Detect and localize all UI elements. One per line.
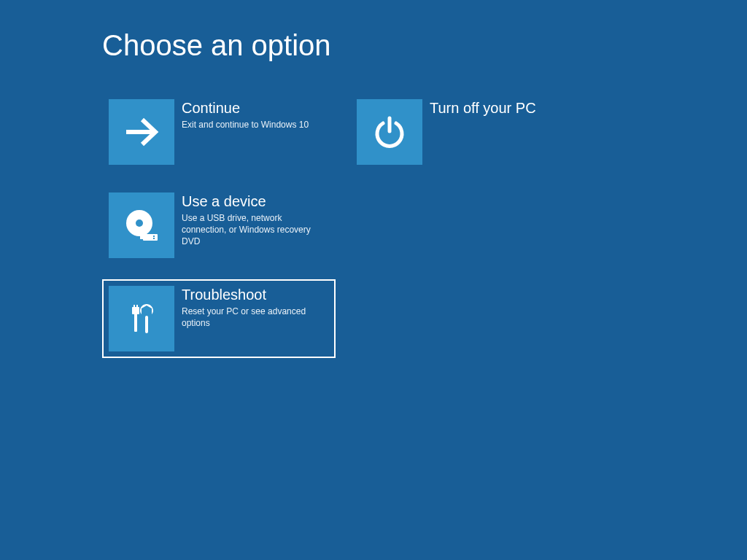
svg-rect-9 [133,305,135,308]
svg-rect-5 [153,236,155,237]
arrow-right-icon [109,99,174,165]
option-use-device-title: Use a device [182,192,328,210]
options-column-left: Continue Exit and continue to Windows 10 [102,93,336,358]
svg-point-2 [136,219,143,227]
svg-rect-6 [153,238,155,239]
svg-rect-4 [140,236,144,239]
tools-icon [109,286,174,351]
option-use-device[interactable]: Use a device Use a USB drive, network co… [102,186,336,265]
option-continue-title: Continue [182,99,309,117]
option-continue[interactable]: Continue Exit and continue to Windows 10 [102,93,336,171]
option-use-device-description: Use a USB drive, network connection, or … [182,212,328,248]
option-troubleshoot[interactable]: Troubleshoot Reset your PC or see advanc… [102,279,336,358]
power-icon [357,99,422,165]
disc-usb-icon [109,192,174,258]
svg-rect-10 [136,305,138,308]
svg-rect-3 [143,234,158,241]
svg-rect-8 [132,307,139,314]
option-troubleshoot-description: Reset your PC or see advanced options [182,306,328,329]
svg-rect-7 [134,313,137,332]
option-continue-description: Exit and continue to Windows 10 [182,119,309,131]
options-column-right: Turn off your PC [350,93,584,358]
svg-rect-11 [145,316,148,333]
page-title: Choose an option [102,29,747,62]
option-turn-off-title: Turn off your PC [430,99,536,117]
options-grid: Continue Exit and continue to Windows 10 [102,93,747,358]
option-turn-off[interactable]: Turn off your PC [350,93,584,171]
option-troubleshoot-title: Troubleshoot [182,286,328,303]
